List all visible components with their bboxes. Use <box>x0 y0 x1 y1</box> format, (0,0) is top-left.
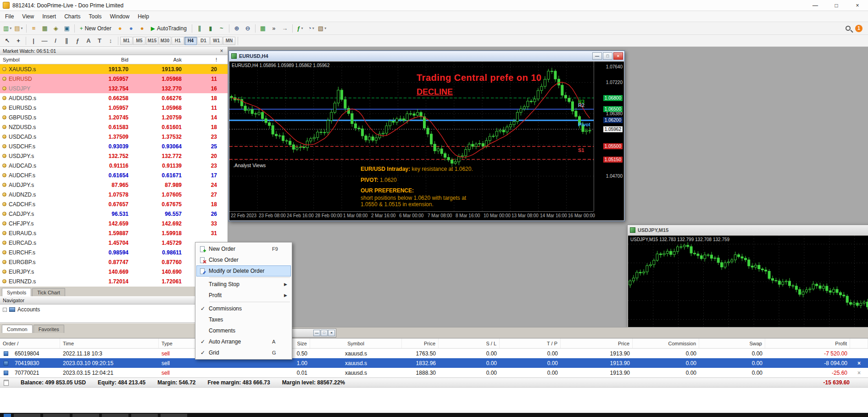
templates-icon[interactable]: ▧▾ <box>317 23 328 34</box>
terminal-column-price[interactable]: Price <box>402 338 439 348</box>
trendline-icon[interactable]: / <box>50 36 61 46</box>
timeframe-m30[interactable]: M30 <box>159 37 171 45</box>
eurusd-chart-area[interactable]: EURUSD,H4 1.05896 1.05989 1.05862 1.0596… <box>229 62 624 220</box>
close-position-icon[interactable]: × <box>850 370 868 376</box>
timeframe-d1[interactable]: D1 <box>197 37 210 45</box>
taskbar-app-button[interactable] <box>14 414 40 417</box>
taskbar-app-button[interactable] <box>43 414 70 417</box>
market-watch-row[interactable]: CHFJPY.s142.659142.69233 <box>0 219 228 228</box>
taskbar-app-button[interactable] <box>102 414 128 417</box>
eurusd-chart-window[interactable]: EURUSD,H4 — □ × EURUSD,H4 1.05896 1.0598… <box>228 51 625 221</box>
text-icon[interactable]: A <box>83 36 94 46</box>
context-menu-item-grid[interactable]: ✓GridG <box>196 347 291 358</box>
menu-charts[interactable]: Charts <box>60 12 84 21</box>
navigator-toggle-icon[interactable]: ◈ <box>50 23 61 34</box>
eurusd-time-axis[interactable]: 22 Feb 202323 Feb 08:0024 Feb 16:0028 Fe… <box>229 211 594 220</box>
market-icon[interactable]: ● <box>137 23 148 34</box>
market-watch-row[interactable]: EURCAD.s1.457041.45729 <box>0 238 228 248</box>
market-watch-row[interactable]: EURAUD.s1.598871.5991831 <box>0 228 228 238</box>
market-watch-row[interactable]: EURUSD1.059571.0596811 <box>0 74 228 84</box>
menu-insert[interactable]: Insert <box>38 12 60 21</box>
profiles-icon[interactable]: ▤▾ <box>13 23 24 34</box>
market-watch-tab-symbols[interactable]: Symbols <box>2 288 31 296</box>
timeframe-m1[interactable]: M1 <box>120 37 133 45</box>
periods-icon[interactable]: ◔▾ <box>306 23 317 34</box>
taskbar-app-button[interactable] <box>161 414 187 417</box>
context-menu-item-modify-or-delete-order[interactable]: Modify or Delete Order <box>196 265 291 276</box>
terminal-column-price[interactable]: Price <box>561 338 633 348</box>
auto-scroll-icon[interactable]: » <box>268 23 279 34</box>
order-row[interactable]: 707700212023.03.15 12:04:21sell0.01xauus… <box>0 368 868 378</box>
context-menu-item-auto-arrange[interactable]: ✓Auto ArrangeA <box>196 336 291 347</box>
timeframe-m5[interactable]: M5 <box>133 37 145 45</box>
market-watch-row[interactable]: CADCHF.s0.676570.6767518 <box>0 199 228 209</box>
market-watch-row[interactable]: USDJPY132.754132.77016 <box>0 84 228 93</box>
menu-file[interactable]: File <box>1 12 18 21</box>
context-menu-item-profit[interactable]: Profit▶ <box>196 290 291 301</box>
context-menu-item-trailing-stop[interactable]: Trailing Stop▶ <box>196 279 291 290</box>
usdjpy-window-titlebar[interactable]: USDJPY,M15 <box>628 225 868 235</box>
maximize-button[interactable]: □ <box>826 0 847 11</box>
zoom-out-icon[interactable]: ⊖ <box>242 23 253 34</box>
menu-help[interactable]: Help <box>134 12 153 21</box>
market-watch-row[interactable]: NZDUSD.s0.615830.6160118 <box>0 122 228 132</box>
minimize-button[interactable]: — <box>805 0 826 11</box>
fibonacci-icon[interactable]: ƒ <box>72 36 83 46</box>
tree-expander-icon[interactable]: - <box>3 308 7 312</box>
eurusd-price-scale[interactable]: 1.076401.072201.068001.065001.063801.062… <box>594 62 624 211</box>
navigator-item-accounts[interactable]: -Accounts <box>0 304 228 313</box>
search-icon[interactable] <box>846 26 851 31</box>
menu-view[interactable]: View <box>18 12 38 21</box>
context-menu-item-taxes[interactable]: Taxes <box>196 314 291 325</box>
market-watch-row[interactable]: AUDCAD.s0.911160.9113923 <box>0 161 228 170</box>
terminal-column-symbol[interactable]: Symbol <box>310 338 402 348</box>
timeframe-h1[interactable]: H1 <box>172 37 184 45</box>
terminal-column-profit[interactable]: Profit <box>765 338 850 348</box>
bar-chart-mode-icon[interactable]: ∥ <box>194 23 205 34</box>
horizontal-line-icon[interactable]: — <box>39 36 50 46</box>
line-chart-mode-icon[interactable]: ~ <box>216 23 227 34</box>
label-icon[interactable]: T <box>94 36 105 46</box>
market-watch-row[interactable]: AUDNZD.s1.075781.0760527 <box>0 190 228 199</box>
terminal-column-swap[interactable]: Swap <box>699 338 765 348</box>
zoom-in-icon[interactable]: ⊕ <box>231 23 242 34</box>
timeframe-w1[interactable]: W1 <box>210 37 223 45</box>
market-watch-tab-tick-chart[interactable]: Tick Chart <box>32 288 65 296</box>
terminal-column-time[interactable]: Time <box>60 338 159 348</box>
usdjpy-chart-window[interactable]: USDJPY,M15 USDJPY,M15 132.783 132.799 13… <box>627 225 868 328</box>
deposit-icon[interactable]: ● <box>115 23 126 34</box>
terminal-column-commission[interactable]: Commission <box>633 338 699 348</box>
terminal-toggle-icon[interactable]: ▣ <box>61 23 72 34</box>
market-watch-row[interactable]: EURCHF.s0.985940.98611 <box>0 248 228 257</box>
market-watch-row[interactable]: AUDJPY.s87.96587.98924 <box>0 180 228 190</box>
new-chart-icon[interactable]: ▥▾ <box>2 23 13 34</box>
restore-up-button[interactable]: — <box>313 330 320 336</box>
market-watch-row[interactable]: EURJPY.s140.669140.690 <box>0 267 228 276</box>
context-menu-item-comments[interactable]: Comments <box>196 325 291 336</box>
terminal-column-s-l[interactable]: S / L <box>439 338 500 348</box>
timeframe-mn[interactable]: MN <box>223 37 235 45</box>
close-button[interactable]: × <box>328 330 335 336</box>
navigator-tab-favorites[interactable]: Favorites <box>33 325 64 333</box>
maximize-button[interactable]: □ <box>321 330 328 336</box>
terminal-column-order-[interactable]: Order / <box>0 338 60 348</box>
market-watch-row[interactable]: USDJPY.s132.752132.77220 <box>0 151 228 161</box>
new-order-button[interactable]: +New Order <box>77 23 115 34</box>
market-watch-toggle-icon[interactable]: ≡ <box>28 23 39 34</box>
menu-tools[interactable]: Tools <box>85 12 106 21</box>
eurusd-window-titlebar[interactable]: EURUSD,H4 — □ × <box>229 51 624 61</box>
terminal-column-t-p[interactable]: T / P <box>500 338 561 348</box>
taskbar-app-button[interactable] <box>72 414 99 417</box>
navigator-tab-common[interactable]: Common <box>2 325 33 333</box>
context-menu-item-close-order[interactable]: Close Order <box>196 254 291 265</box>
cursor-icon[interactable]: ↖ <box>2 36 13 46</box>
chart-minimize-button[interactable]: — <box>592 52 602 60</box>
data-window-icon[interactable]: ▦ <box>39 23 50 34</box>
chart-close-button[interactable]: × <box>613 52 623 60</box>
market-watch-row[interactable]: AUDUSD.s0.662580.6627618 <box>0 93 228 103</box>
vertical-line-icon[interactable]: | <box>28 36 39 46</box>
market-watch-row[interactable]: XAUUSD.s1913.701913.9020 <box>0 64 228 74</box>
market-watch-row[interactable]: CADJPY.s96.53196.55726 <box>0 209 228 219</box>
indicators-icon[interactable]: ƒ▾ <box>295 23 306 34</box>
candlestick-mode-icon[interactable]: ▮ <box>205 23 216 34</box>
